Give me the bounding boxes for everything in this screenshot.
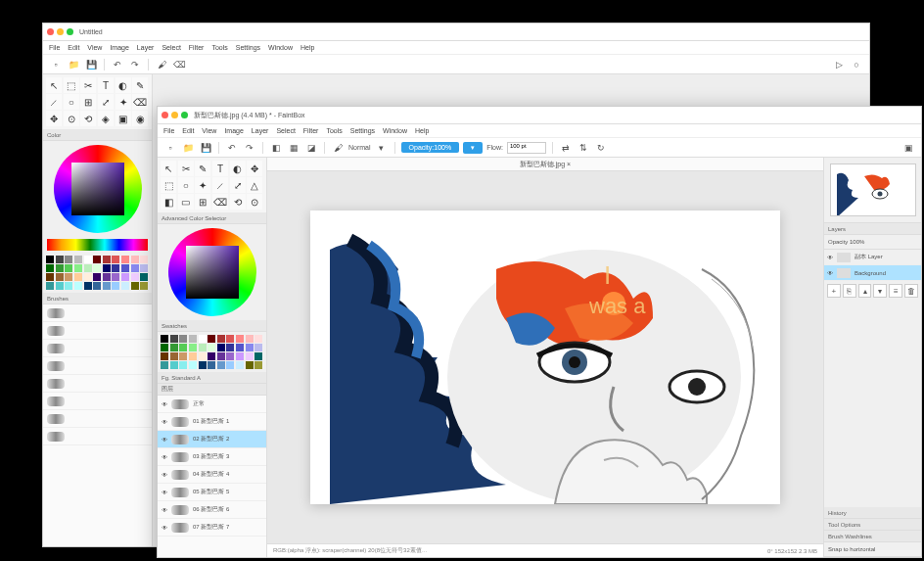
color-wheel-a[interactable] (54, 145, 142, 233)
minimize-icon[interactable] (171, 112, 178, 118)
menu-help[interactable]: Help (415, 127, 429, 134)
snap-option[interactable]: Snap to horizontal (824, 542, 921, 557)
tool-lasso-icon[interactable]: ✂ (80, 77, 96, 93)
tool-smudge-icon[interactable]: ⟲ (80, 111, 96, 126)
tool-text-icon[interactable]: T (98, 77, 114, 93)
menu-file[interactable]: File (163, 127, 174, 134)
menu-settings[interactable]: Settings (350, 127, 375, 134)
swatch[interactable] (93, 282, 101, 290)
open-icon[interactable]: 📁 (181, 141, 195, 155)
delete-layer-icon[interactable]: 🗑 (904, 284, 918, 298)
tool-icon[interactable]: ◐ (230, 161, 246, 176)
swatch[interactable] (246, 335, 254, 343)
swatch[interactable] (189, 352, 197, 360)
swatch[interactable] (46, 264, 54, 272)
tool-icon[interactable]: ⟲ (230, 194, 246, 210)
swatch[interactable] (112, 256, 119, 263)
swatch[interactable] (74, 264, 82, 272)
gradient-icon[interactable]: ◧ (269, 141, 283, 155)
swatch[interactable] (103, 264, 111, 272)
swatch[interactable] (179, 335, 187, 343)
tool-icon[interactable]: ✦ (195, 177, 210, 193)
hue-slider[interactable] (47, 239, 148, 251)
fg-layer-row[interactable]: 👁02 新型巴斯 2 (158, 431, 266, 448)
swatch[interactable] (131, 273, 139, 281)
swatch[interactable] (46, 273, 54, 281)
tool-fill-icon[interactable]: ◐ (116, 77, 131, 93)
fg-layer-row[interactable]: 👁04 新型巴斯 4 (158, 466, 266, 484)
brush-preset-row[interactable] (43, 428, 152, 445)
swatch[interactable] (208, 361, 215, 369)
tool-move-icon[interactable]: ↖ (46, 77, 62, 93)
save-icon[interactable]: 💾 (84, 58, 98, 71)
swatch[interactable] (56, 256, 64, 263)
tool-pan-icon[interactable]: ✥ (46, 111, 62, 126)
tool-icon[interactable]: ⊞ (195, 194, 210, 210)
swatch[interactable] (103, 256, 111, 263)
redo-icon[interactable]: ↷ (243, 141, 256, 155)
undo-icon[interactable]: ↶ (225, 141, 239, 155)
brush-preset-row[interactable] (43, 322, 152, 340)
navigator-thumb[interactable] (830, 164, 916, 216)
opacity-arrow[interactable]: ▾ (463, 142, 483, 154)
swatch[interactable] (121, 264, 129, 272)
swatch[interactable] (226, 344, 234, 351)
menu-item[interactable]: Layer (137, 44, 155, 51)
new-icon[interactable]: ▫ (49, 58, 63, 71)
brush-preset-row[interactable] (43, 304, 152, 322)
swatch[interactable] (254, 344, 262, 351)
tool-icon[interactable]: ✂ (178, 161, 194, 176)
swatch[interactable] (199, 352, 207, 360)
swatch[interactable] (189, 344, 197, 351)
menu-item[interactable]: Help (300, 44, 314, 51)
swatch[interactable] (170, 335, 178, 343)
brush-icon[interactable]: 🖌 (155, 58, 168, 71)
swatch[interactable] (217, 335, 225, 343)
swatch[interactable] (112, 264, 119, 272)
move-down-icon[interactable]: ▾ (873, 284, 887, 298)
menu-item[interactable]: Window (268, 44, 293, 51)
visibility-icon[interactable]: 👁 (162, 472, 167, 478)
tool-eraser-icon[interactable]: ⌫ (132, 94, 148, 110)
tool-icon[interactable]: ⤢ (230, 177, 246, 193)
brush-preset-row[interactable] (43, 375, 152, 393)
swatch[interactable] (46, 282, 54, 290)
eraser-icon[interactable]: ⌫ (172, 58, 186, 71)
record-icon[interactable]: ○ (850, 58, 863, 71)
new-icon[interactable]: ▫ (163, 141, 177, 155)
swatch[interactable] (112, 282, 119, 290)
tool-icon[interactable]: ✎ (195, 161, 210, 176)
dropdown-icon[interactable]: ▾ (375, 141, 389, 155)
flow-input[interactable]: 100 pt (507, 142, 546, 154)
swatch[interactable] (74, 273, 82, 281)
swatch[interactable] (93, 256, 101, 263)
swatch[interactable] (236, 344, 244, 351)
menu-item[interactable]: File (49, 44, 60, 51)
tool-icon[interactable]: ◧ (161, 194, 176, 210)
swatch[interactable] (170, 361, 178, 369)
layer-opacity[interactable]: Opacity 100% (824, 235, 921, 250)
swatch[interactable] (236, 352, 244, 360)
pattern-icon[interactable]: ▦ (287, 141, 300, 155)
tool-zoom-icon[interactable]: ⊙ (64, 111, 79, 126)
visibility-icon[interactable]: 👁 (162, 507, 167, 513)
swatch[interactable] (121, 273, 129, 281)
swatch[interactable] (208, 344, 215, 351)
tool-icon[interactable]: ⬚ (161, 177, 176, 193)
swatch[interactable] (140, 273, 148, 281)
tool-transform-icon[interactable]: ⤢ (98, 94, 114, 110)
brush-preset-row[interactable] (43, 340, 152, 357)
undo-icon[interactable]: ↶ (111, 58, 124, 71)
tool-icon[interactable]: ⟋ (212, 177, 228, 193)
menu-item[interactable]: Select (162, 44, 180, 51)
canvas-b[interactable]: I was a (267, 171, 823, 543)
swatch[interactable] (140, 282, 148, 290)
fg-layer-row[interactable]: 👁01 新型巴斯 1 (158, 413, 266, 431)
swatch[interactable] (74, 282, 82, 290)
menu-item[interactable]: Edit (68, 44, 79, 51)
swatch[interactable] (199, 335, 207, 343)
swatch[interactable] (254, 335, 262, 343)
wrap-icon[interactable]: ↻ (594, 141, 608, 155)
swatch[interactable] (246, 352, 254, 360)
swatch[interactable] (226, 352, 234, 360)
